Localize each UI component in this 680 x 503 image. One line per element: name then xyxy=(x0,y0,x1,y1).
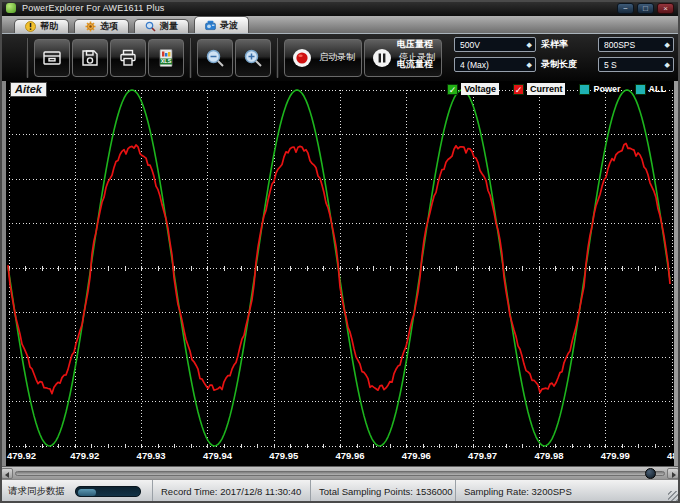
x-axis-label: 479.96 xyxy=(402,450,431,461)
x-axis-label: 479.97 xyxy=(468,450,497,461)
resize-grip[interactable] xyxy=(668,491,678,501)
zoom-in-button[interactable] xyxy=(235,39,271,77)
current-range-value: 4 (Max) xyxy=(460,60,527,70)
voltage-range-label: 电压量程 xyxy=(397,38,449,51)
voltage-range-select[interactable]: 500V ◆ xyxy=(454,37,536,52)
dropdown-arrow-icon: ◆ xyxy=(527,41,532,48)
maximize-button[interactable]: □ xyxy=(637,3,654,14)
app-window: PowerExplorer For AWE1611 Plus − □ × 帮助 … xyxy=(0,0,680,503)
record-dot-icon xyxy=(291,47,313,69)
sample-rate-select[interactable]: 800SPS ◆ xyxy=(598,37,674,52)
settings-panel: 电压量程 500V ◆ 采样率 800SPS ◆ 电流量程 4 (Max) ◆ … xyxy=(397,37,674,72)
horizontal-scrollbar[interactable] xyxy=(0,466,680,479)
x-axis-label: 479.93 xyxy=(137,450,166,461)
minimize-button[interactable]: − xyxy=(617,3,634,14)
sampling-rate-text: Sampling Rate: 3200SPS xyxy=(464,486,572,497)
current-range-label: 电流量程 xyxy=(397,58,449,71)
voltage-range-value: 500V xyxy=(460,40,527,50)
current-checkbox[interactable]: ✓ xyxy=(513,84,524,95)
pause-icon xyxy=(371,47,393,69)
legend-label: Current xyxy=(527,83,566,95)
x-axis-label: 479.92 xyxy=(7,450,36,461)
x-axis-label: 479.92 xyxy=(70,450,99,461)
total-points-text: Total Sampling Points: 1536000 xyxy=(319,486,453,497)
svg-text:XLS: XLS xyxy=(161,58,172,64)
legend-item-voltage: ✓ Voltage xyxy=(447,83,499,95)
print-button[interactable] xyxy=(110,39,146,77)
brand-logo: Aitek xyxy=(10,82,47,97)
scrollbar-right-arrow[interactable] xyxy=(667,468,679,479)
record-length-value: 5 S xyxy=(604,60,665,70)
legend-item-power: Power xyxy=(579,84,620,95)
sample-rate-value: 800SPS xyxy=(604,40,665,50)
record-length-select[interactable]: 5 S ◆ xyxy=(598,57,674,72)
toolbar-separator xyxy=(189,38,192,78)
waveform-canvas xyxy=(6,81,674,466)
scrollbar-thumb[interactable] xyxy=(645,468,656,479)
start-record-label: 启动录制 xyxy=(319,51,355,64)
printer-icon xyxy=(117,47,139,69)
zoom-out-button[interactable] xyxy=(197,39,233,77)
x-axis-labels: 479.92479.92479.93479.94479.95479.96479.… xyxy=(6,450,674,463)
save-button[interactable] xyxy=(72,39,108,77)
x-axis-label: 479.99 xyxy=(601,450,630,461)
legend-item-current: ✓ Current xyxy=(513,83,566,95)
wave-record-icon xyxy=(205,20,216,31)
floppy-disk-icon xyxy=(79,47,101,69)
zoom-in-icon xyxy=(242,47,264,69)
tab-label: 选项 xyxy=(100,20,118,33)
waveform-chart: Aitek ✓ Voltage ✓ Current Power ALL xyxy=(0,81,680,466)
voltage-checkbox[interactable]: ✓ xyxy=(447,84,458,95)
record-time-text: Record Time: 2017/12/8 11:30:40 xyxy=(161,486,301,497)
start-record-button[interactable]: 启动录制 xyxy=(284,39,362,77)
tab-help[interactable]: 帮助 xyxy=(14,19,69,33)
x-axis-label: 479.95 xyxy=(269,450,298,461)
x-axis-label: 479.96 xyxy=(336,450,365,461)
dropdown-arrow-icon: ◆ xyxy=(665,41,670,48)
window-title: PowerExplorer For AWE1611 Plus xyxy=(22,3,165,13)
tab-bar: 帮助 选项 测量 录波 xyxy=(0,16,680,33)
status-bar: 请求同步数据 Record Time: 2017/12/8 11:30:40 T… xyxy=(0,479,680,503)
export-xls-button[interactable]: XLS xyxy=(148,39,184,77)
dropdown-arrow-icon: ◆ xyxy=(665,61,670,68)
legend-label: ALL xyxy=(649,84,667,94)
measure-magnifier-icon xyxy=(145,21,156,32)
toolbar-separator xyxy=(276,38,279,78)
open-file-button[interactable] xyxy=(34,39,70,77)
record-length-label: 录制长度 xyxy=(541,58,593,71)
chart-legend: ✓ Voltage ✓ Current Power ALL xyxy=(447,83,666,95)
legend-label: Power xyxy=(593,84,620,94)
sync-progress-bar xyxy=(75,486,141,497)
tab-label: 帮助 xyxy=(40,20,58,33)
sync-status-text: 请求同步数据 xyxy=(8,485,65,498)
x-axis-label: 479.98 xyxy=(534,450,563,461)
x-axis-label: 48 xyxy=(667,450,674,461)
power-checkbox[interactable] xyxy=(579,84,590,95)
tab-measure[interactable]: 测量 xyxy=(134,19,189,33)
help-icon xyxy=(25,21,36,32)
tab-label: 测量 xyxy=(160,20,178,33)
xls-export-icon: XLS xyxy=(155,47,177,69)
tab-wave-record[interactable]: 录波 xyxy=(194,16,249,33)
current-range-select[interactable]: 4 (Max) ◆ xyxy=(454,57,536,72)
options-gear-icon xyxy=(85,21,96,32)
toolbar-separator xyxy=(26,38,29,78)
zoom-out-icon xyxy=(204,47,226,69)
legend-label: Voltage xyxy=(461,83,499,95)
title-bar: PowerExplorer For AWE1611 Plus − □ × xyxy=(0,0,680,16)
folder-icon xyxy=(41,47,63,69)
x-axis-label: 479.94 xyxy=(203,450,232,461)
sample-rate-label: 采样率 xyxy=(541,38,593,51)
scrollbar-track[interactable] xyxy=(15,471,665,476)
tab-label: 录波 xyxy=(220,19,238,32)
app-icon xyxy=(6,3,16,13)
all-checkbox[interactable] xyxy=(635,84,646,95)
legend-item-all: ALL xyxy=(635,84,667,95)
tab-options[interactable]: 选项 xyxy=(74,19,129,33)
dropdown-arrow-icon: ◆ xyxy=(527,61,532,68)
scrollbar-left-arrow[interactable] xyxy=(1,468,13,479)
close-button[interactable]: × xyxy=(657,3,674,14)
